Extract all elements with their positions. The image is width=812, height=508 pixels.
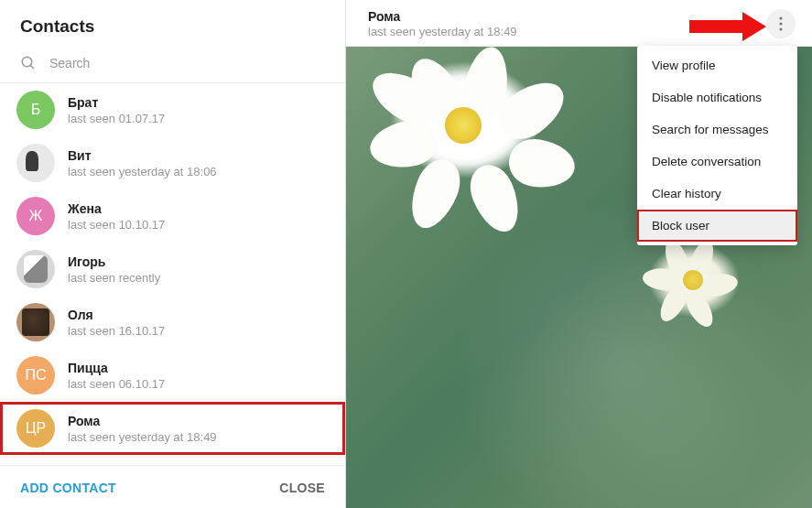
svg-point-2 (779, 16, 782, 19)
contact-item[interactable]: ПСПиццаlast seen 06.10.17 (0, 349, 345, 402)
contacts-footer: ADD CONTACT CLOSE (0, 465, 345, 508)
contact-name: Брат (68, 95, 329, 110)
close-button[interactable]: CLOSE (279, 481, 325, 495)
menu-item[interactable]: Search for messages (637, 113, 797, 146)
contact-text: Ромаlast seen yesterday at 18:49 (68, 414, 329, 444)
contact-item[interactable]: ЖЖенаlast seen 10.10.17 (0, 189, 345, 243)
contact-text: Пиццаlast seen 06.10.17 (68, 361, 329, 391)
svg-line-1 (30, 65, 34, 69)
avatar: ПС (16, 356, 55, 395)
contact-status: last seen 06.10.17 (68, 377, 329, 391)
contact-status: last seen recently (68, 271, 329, 285)
contact-name: Пицца (68, 361, 329, 375)
contact-status: last seen 01.07.17 (68, 112, 329, 125)
contact-status: last seen 10.10.17 (68, 218, 329, 232)
search-icon (20, 55, 37, 71)
contacts-title: Contacts (0, 0, 345, 49)
contact-text: Игорьlast seen recently (68, 254, 329, 285)
avatar: Б (16, 91, 55, 129)
svg-point-4 (779, 27, 782, 30)
avatar (16, 303, 55, 341)
more-options-button[interactable] (766, 9, 796, 38)
contact-name: Рома (68, 414, 329, 428)
search-input[interactable] (49, 56, 329, 70)
contact-name: Вит (68, 148, 329, 163)
menu-item[interactable]: View profile (637, 49, 797, 81)
contact-text: Оляlast seen 16.10.17 (68, 308, 329, 338)
more-vertical-icon (779, 16, 783, 31)
contact-list[interactable]: ББратlast seen 01.07.17Витlast seen yest… (0, 83, 345, 465)
menu-item[interactable]: Disable notifications (637, 81, 797, 113)
avatar (16, 144, 55, 182)
chat-options-menu: View profileDisable notificationsSearch … (637, 46, 797, 245)
menu-item[interactable]: Block user (637, 210, 797, 242)
menu-item[interactable]: Delete conversation (637, 146, 797, 178)
contact-item[interactable]: Витlast seen yesterday at 18:06 (0, 136, 345, 189)
contact-name: Жена (68, 201, 329, 216)
add-contact-button[interactable]: ADD CONTACT (20, 481, 116, 495)
svg-point-0 (22, 57, 32, 67)
contact-name: Игорь (68, 254, 329, 269)
contact-status: last seen yesterday at 18:49 (68, 430, 329, 444)
annotation-arrow (689, 13, 768, 38)
avatar: ЦР (16, 409, 55, 448)
contact-status: last seen 16.10.17 (68, 324, 329, 338)
contact-item[interactable]: Игорьlast seen recently (0, 243, 345, 296)
contact-text: Витlast seen yesterday at 18:06 (68, 148, 329, 178)
chat-panel: Рома last seen yesterday at 18:49 View p… (346, 0, 812, 508)
avatar (16, 250, 55, 288)
contact-item[interactable]: Оляlast seen 16.10.17 (0, 296, 345, 349)
contact-text: Братlast seen 01.07.17 (68, 95, 329, 125)
svg-point-3 (779, 22, 782, 25)
contacts-panel: Contacts ББратlast seen 01.07.17Витlast … (0, 0, 346, 508)
menu-item[interactable]: Clear history (637, 178, 797, 210)
contact-text: Женаlast seen 10.10.17 (68, 201, 329, 232)
contact-status: last seen yesterday at 18:06 (68, 165, 329, 178)
contact-item[interactable]: ЦРРомаlast seen yesterday at 18:49 (0, 402, 345, 455)
contact-name: Оля (68, 308, 329, 322)
contact-item[interactable]: ББратlast seen 01.07.17 (0, 83, 345, 136)
avatar: Ж (16, 197, 55, 235)
search-row[interactable] (0, 49, 345, 83)
